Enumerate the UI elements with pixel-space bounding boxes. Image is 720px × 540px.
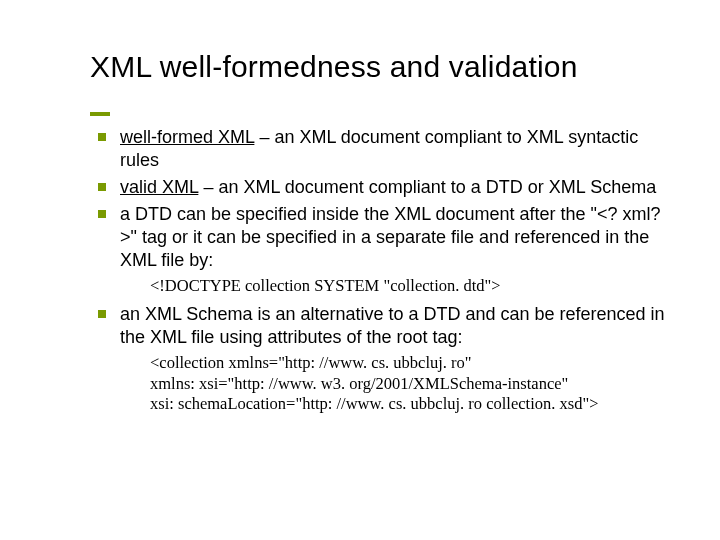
slide: XML well-formedness and validation well-… <box>0 0 720 540</box>
item-text: an XML Schema is an alternative to a DTD… <box>120 304 665 347</box>
code-block: <collection xmlns="http: //www. cs. ubbc… <box>150 353 680 415</box>
item-text: – an XML document compliant to a DTD or … <box>198 177 656 197</box>
accent-bar <box>90 112 110 116</box>
code-line: <collection xmlns="http: //www. cs. ubbc… <box>150 353 680 374</box>
item-text: a DTD can be specified inside the XML do… <box>120 204 661 270</box>
list-item: an XML Schema is an alternative to a DTD… <box>90 303 680 349</box>
bullet-list: an XML Schema is an alternative to a DTD… <box>90 303 680 349</box>
slide-title: XML well-formedness and validation <box>90 50 680 84</box>
code-line: xsi: schemaLocation="http: //www. cs. ub… <box>150 394 680 415</box>
term: well-formed XML <box>120 127 254 147</box>
bullet-list: well-formed XML – an XML document compli… <box>90 126 680 272</box>
code-line: xmlns: xsi="http: //www. w3. org/2001/XM… <box>150 374 680 395</box>
square-bullet-icon <box>98 310 106 318</box>
list-item: a DTD can be specified inside the XML do… <box>90 203 680 272</box>
code-line: <!DOCTYPE collection SYSTEM "collection.… <box>150 276 680 297</box>
list-item: valid XML – an XML document compliant to… <box>90 176 680 199</box>
list-item: well-formed XML – an XML document compli… <box>90 126 680 172</box>
term: valid XML <box>120 177 198 197</box>
square-bullet-icon <box>98 183 106 191</box>
square-bullet-icon <box>98 210 106 218</box>
square-bullet-icon <box>98 133 106 141</box>
